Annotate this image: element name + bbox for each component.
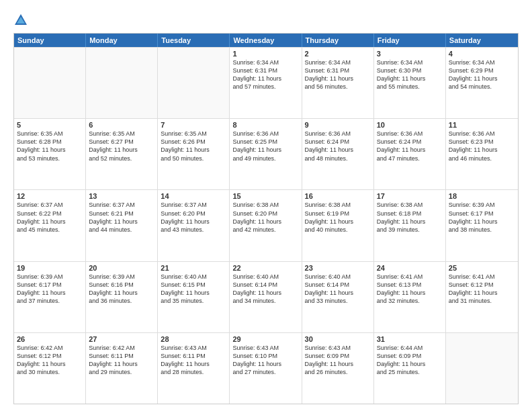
cell-info: Sunrise: 6:40 AMSunset: 6:14 PMDaylight:… — [305, 273, 371, 306]
calendar-cell: 5Sunrise: 6:35 AMSunset: 6:28 PMDaylight… — [14, 119, 86, 189]
cell-info: Sunrise: 6:39 AMSunset: 6:17 PMDaylight:… — [449, 201, 515, 234]
day-number: 23 — [305, 264, 371, 272]
cell-info: Sunrise: 6:36 AMSunset: 6:25 PMDaylight:… — [232, 130, 298, 163]
day-number: 18 — [449, 192, 515, 200]
calendar-cell: 6Sunrise: 6:35 AMSunset: 6:27 PMDaylight… — [86, 119, 158, 189]
calendar-cell: 14Sunrise: 6:37 AMSunset: 6:20 PMDayligh… — [158, 190, 230, 261]
cell-info: Sunrise: 6:40 AMSunset: 6:15 PMDaylight:… — [161, 273, 226, 306]
col-header-thursday: Thursday — [302, 34, 374, 47]
day-number: 7 — [161, 121, 226, 129]
cell-info: Sunrise: 6:37 AMSunset: 6:22 PMDaylight:… — [17, 201, 83, 234]
cell-info: Sunrise: 6:39 AMSunset: 6:17 PMDaylight:… — [17, 273, 83, 306]
cell-info: Sunrise: 6:38 AMSunset: 6:18 PMDaylight:… — [377, 201, 443, 234]
calendar-cell: 22Sunrise: 6:40 AMSunset: 6:14 PMDayligh… — [230, 262, 302, 332]
day-number: 9 — [305, 121, 371, 129]
day-number: 8 — [232, 121, 298, 129]
logo-icon — [13, 13, 28, 28]
cell-info: Sunrise: 6:36 AMSunset: 6:23 PMDaylight:… — [449, 130, 515, 163]
calendar-cell — [86, 48, 158, 118]
cell-info: Sunrise: 6:40 AMSunset: 6:14 PMDaylight:… — [232, 273, 298, 306]
calendar-cell: 7Sunrise: 6:35 AMSunset: 6:26 PMDaylight… — [158, 119, 230, 189]
calendar-row-3: 19Sunrise: 6:39 AMSunset: 6:17 PMDayligh… — [14, 261, 518, 332]
header — [13, 10, 519, 28]
day-number: 15 — [232, 192, 298, 200]
calendar-cell: 16Sunrise: 6:38 AMSunset: 6:19 PMDayligh… — [302, 190, 374, 261]
calendar-cell: 11Sunrise: 6:36 AMSunset: 6:23 PMDayligh… — [446, 119, 518, 189]
calendar-cell: 1Sunrise: 6:34 AMSunset: 6:31 PMDaylight… — [230, 48, 302, 118]
col-header-tuesday: Tuesday — [158, 34, 230, 47]
cell-info: Sunrise: 6:36 AMSunset: 6:24 PMDaylight:… — [377, 130, 443, 163]
calendar-cell: 17Sunrise: 6:38 AMSunset: 6:18 PMDayligh… — [374, 190, 446, 261]
calendar-cell: 30Sunrise: 6:43 AMSunset: 6:09 PMDayligh… — [302, 333, 374, 404]
calendar-cell — [446, 333, 518, 404]
day-number: 12 — [17, 192, 83, 200]
cell-info: Sunrise: 6:34 AMSunset: 6:31 PMDaylight:… — [305, 58, 371, 91]
cell-info: Sunrise: 6:34 AMSunset: 6:31 PMDaylight:… — [232, 58, 298, 91]
day-number: 3 — [377, 50, 443, 58]
cell-info: Sunrise: 6:35 AMSunset: 6:26 PMDaylight:… — [161, 130, 226, 163]
day-number: 21 — [161, 264, 226, 272]
cell-info: Sunrise: 6:34 AMSunset: 6:29 PMDaylight:… — [449, 58, 515, 91]
calendar-cell: 15Sunrise: 6:38 AMSunset: 6:20 PMDayligh… — [230, 190, 302, 261]
col-header-wednesday: Wednesday — [230, 34, 302, 47]
cell-info: Sunrise: 6:36 AMSunset: 6:24 PMDaylight:… — [305, 130, 371, 163]
calendar-cell: 21Sunrise: 6:40 AMSunset: 6:15 PMDayligh… — [158, 262, 230, 332]
col-header-monday: Monday — [86, 34, 158, 47]
day-number: 11 — [449, 121, 515, 129]
calendar-cell: 24Sunrise: 6:41 AMSunset: 6:13 PMDayligh… — [374, 262, 446, 332]
col-header-friday: Friday — [374, 34, 446, 47]
day-number: 10 — [377, 121, 443, 129]
day-number: 2 — [305, 50, 371, 58]
day-number: 29 — [232, 335, 298, 343]
calendar-cell: 18Sunrise: 6:39 AMSunset: 6:17 PMDayligh… — [446, 190, 518, 261]
day-number: 17 — [377, 192, 443, 200]
calendar-cell: 29Sunrise: 6:43 AMSunset: 6:10 PMDayligh… — [230, 333, 302, 404]
calendar-cell: 23Sunrise: 6:40 AMSunset: 6:14 PMDayligh… — [302, 262, 374, 332]
day-number: 30 — [305, 335, 371, 343]
cell-info: Sunrise: 6:38 AMSunset: 6:20 PMDaylight:… — [232, 201, 298, 234]
day-number: 28 — [161, 335, 226, 343]
cell-info: Sunrise: 6:42 AMSunset: 6:12 PMDaylight:… — [17, 344, 83, 377]
page: SundayMondayTuesdayWednesdayThursdayFrid… — [0, 0, 532, 411]
calendar-cell: 27Sunrise: 6:42 AMSunset: 6:11 PMDayligh… — [86, 333, 158, 404]
calendar-cell: 13Sunrise: 6:37 AMSunset: 6:21 PMDayligh… — [86, 190, 158, 261]
day-number: 22 — [232, 264, 298, 272]
calendar: SundayMondayTuesdayWednesdayThursdayFrid… — [13, 33, 519, 404]
calendar-cell: 10Sunrise: 6:36 AMSunset: 6:24 PMDayligh… — [374, 119, 446, 189]
cell-info: Sunrise: 6:35 AMSunset: 6:27 PMDaylight:… — [89, 130, 154, 163]
calendar-cell: 4Sunrise: 6:34 AMSunset: 6:29 PMDaylight… — [446, 48, 518, 118]
day-number: 5 — [17, 121, 83, 129]
cell-info: Sunrise: 6:41 AMSunset: 6:13 PMDaylight:… — [377, 273, 443, 306]
calendar-row-4: 26Sunrise: 6:42 AMSunset: 6:12 PMDayligh… — [14, 332, 518, 404]
cell-info: Sunrise: 6:42 AMSunset: 6:11 PMDaylight:… — [89, 344, 154, 377]
calendar-cell: 8Sunrise: 6:36 AMSunset: 6:25 PMDaylight… — [230, 119, 302, 189]
cell-info: Sunrise: 6:34 AMSunset: 6:30 PMDaylight:… — [377, 58, 443, 91]
calendar-cell — [158, 48, 230, 118]
day-number: 24 — [377, 264, 443, 272]
day-number: 13 — [89, 192, 154, 200]
cell-info: Sunrise: 6:41 AMSunset: 6:12 PMDaylight:… — [449, 273, 515, 306]
cell-info: Sunrise: 6:37 AMSunset: 6:21 PMDaylight:… — [89, 201, 154, 234]
day-number: 20 — [89, 264, 154, 272]
col-header-saturday: Saturday — [446, 34, 518, 47]
calendar-cell: 9Sunrise: 6:36 AMSunset: 6:24 PMDaylight… — [302, 119, 374, 189]
calendar-row-1: 5Sunrise: 6:35 AMSunset: 6:28 PMDaylight… — [14, 118, 518, 189]
calendar-cell: 26Sunrise: 6:42 AMSunset: 6:12 PMDayligh… — [14, 333, 86, 404]
calendar-body: 1Sunrise: 6:34 AMSunset: 6:31 PMDaylight… — [14, 47, 518, 404]
cell-info: Sunrise: 6:35 AMSunset: 6:28 PMDaylight:… — [17, 130, 83, 163]
day-number: 14 — [161, 192, 226, 200]
cell-info: Sunrise: 6:39 AMSunset: 6:16 PMDaylight:… — [89, 273, 154, 306]
day-number: 1 — [232, 50, 298, 58]
cell-info: Sunrise: 6:44 AMSunset: 6:09 PMDaylight:… — [377, 344, 443, 377]
calendar-cell: 28Sunrise: 6:43 AMSunset: 6:11 PMDayligh… — [158, 333, 230, 404]
day-number: 19 — [17, 264, 83, 272]
calendar-cell: 2Sunrise: 6:34 AMSunset: 6:31 PMDaylight… — [302, 48, 374, 118]
calendar-cell: 20Sunrise: 6:39 AMSunset: 6:16 PMDayligh… — [86, 262, 158, 332]
calendar-row-2: 12Sunrise: 6:37 AMSunset: 6:22 PMDayligh… — [14, 189, 518, 261]
day-number: 31 — [377, 335, 443, 343]
day-number: 16 — [305, 192, 371, 200]
day-number: 6 — [89, 121, 154, 129]
calendar-cell: 25Sunrise: 6:41 AMSunset: 6:12 PMDayligh… — [446, 262, 518, 332]
cell-info: Sunrise: 6:38 AMSunset: 6:19 PMDaylight:… — [305, 201, 371, 234]
logo — [13, 13, 31, 28]
